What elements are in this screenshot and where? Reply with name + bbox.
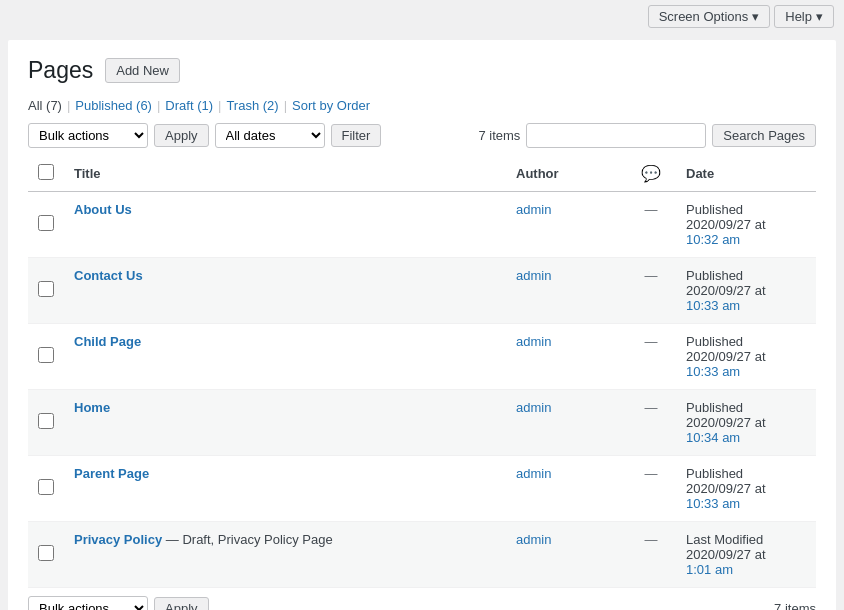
row-checkbox[interactable] — [38, 347, 54, 363]
top-bar: Screen Options ▾ Help ▾ — [0, 0, 844, 32]
table-row: About Us admin — Published 2020/09/27 at… — [28, 191, 816, 257]
row-title-cell: About Us — [64, 191, 506, 257]
author-column-header: Author — [506, 156, 626, 192]
row-checkbox[interactable] — [38, 215, 54, 231]
select-all-header — [28, 156, 64, 192]
row-title-cell: Home — [64, 389, 506, 455]
screen-options-chevron-icon: ▾ — [752, 9, 759, 24]
date-time-link[interactable]: 10:34 am — [686, 430, 740, 445]
bottom-apply-button[interactable]: Apply — [154, 597, 209, 610]
row-checkbox-cell — [28, 257, 64, 323]
date-value: 2020/09/27 at — [686, 481, 806, 496]
row-author-cell: admin — [506, 521, 626, 587]
bottom-bulk-actions-select[interactable]: Bulk actions Edit Move to Trash — [28, 596, 148, 610]
row-comments-cell: — — [626, 521, 676, 587]
date-value: 2020/09/27 at — [686, 415, 806, 430]
row-author-cell: admin — [506, 455, 626, 521]
date-time-link[interactable]: 10:33 am — [686, 364, 740, 379]
filter-published: Published (6) — [75, 98, 152, 113]
date-time-link[interactable]: 10:32 am — [686, 232, 740, 247]
date-value: 2020/09/27 at — [686, 217, 806, 232]
comments-value: — — [645, 532, 658, 547]
filter-draft-link[interactable]: Draft (1) — [165, 98, 213, 113]
page-title-link[interactable]: Home — [74, 400, 110, 415]
filter-sep-1: | — [67, 98, 70, 113]
row-date-cell: Published 2020/09/27 at 10:33 am — [676, 323, 816, 389]
bottom-toolbar-right: 7 items — [774, 601, 816, 610]
table-row: Privacy Policy — Draft, Privacy Policy P… — [28, 521, 816, 587]
date-time-link[interactable]: 1:01 am — [686, 562, 733, 577]
row-checkbox-cell — [28, 323, 64, 389]
apply-button[interactable]: Apply — [154, 124, 209, 147]
date-status: Published — [686, 334, 806, 349]
toolbar-right: 7 items Search Pages — [478, 123, 816, 148]
bulk-actions-select[interactable]: Bulk actions Edit Move to Trash — [28, 123, 148, 148]
row-date-cell: Published 2020/09/27 at 10:33 am — [676, 455, 816, 521]
row-author-cell: admin — [506, 389, 626, 455]
row-comments-cell: — — [626, 389, 676, 455]
comments-value: — — [645, 466, 658, 481]
help-chevron-icon: ▾ — [816, 9, 823, 24]
page-header: Pages Add New — [28, 56, 816, 86]
select-all-checkbox[interactable] — [38, 164, 54, 180]
filter-trash: Trash (2) — [226, 98, 278, 113]
author-link[interactable]: admin — [516, 466, 551, 481]
page-title-link[interactable]: Privacy Policy — [74, 532, 162, 547]
row-checkbox[interactable] — [38, 281, 54, 297]
row-checkbox[interactable] — [38, 413, 54, 429]
title-column-header[interactable]: Title — [64, 156, 506, 192]
date-filter-select[interactable]: All dates — [215, 123, 325, 148]
date-status: Last Modified — [686, 532, 806, 547]
date-status: Published — [686, 202, 806, 217]
row-comments-cell: — — [626, 191, 676, 257]
page-title-link[interactable]: Child Page — [74, 334, 141, 349]
items-count: 7 items — [478, 128, 520, 143]
search-input[interactable] — [526, 123, 706, 148]
page-title-link[interactable]: About Us — [74, 202, 132, 217]
page-title: Pages — [28, 56, 93, 86]
date-value: 2020/09/27 at — [686, 547, 806, 562]
author-link[interactable]: admin — [516, 202, 551, 217]
row-comments-cell: — — [626, 257, 676, 323]
author-link[interactable]: admin — [516, 532, 551, 547]
table-row: Contact Us admin — Published 2020/09/27 … — [28, 257, 816, 323]
date-status: Published — [686, 268, 806, 283]
filter-sep-2: | — [157, 98, 160, 113]
date-time-link[interactable]: 10:33 am — [686, 496, 740, 511]
author-link[interactable]: admin — [516, 334, 551, 349]
bottom-toolbar: Bulk actions Edit Move to Trash Apply 7 … — [28, 596, 816, 610]
add-new-button[interactable]: Add New — [105, 58, 180, 83]
filter-button[interactable]: Filter — [331, 124, 382, 147]
row-comments-cell: — — [626, 455, 676, 521]
table-row: Home admin — Published 2020/09/27 at 10:… — [28, 389, 816, 455]
toolbar-left: Bulk actions Edit Move to Trash Apply Al… — [28, 123, 381, 148]
title-sort-link[interactable]: Title — [74, 166, 101, 181]
screen-options-button[interactable]: Screen Options ▾ — [648, 5, 771, 28]
comments-value: — — [645, 400, 658, 415]
row-title-cell: Child Page — [64, 323, 506, 389]
filter-all: All (7) — [28, 98, 62, 113]
date-time-link[interactable]: 10:33 am — [686, 298, 740, 313]
sort-by-order-link[interactable]: Sort by Order — [292, 98, 370, 113]
date-column-header: Date — [676, 156, 816, 192]
help-label: Help — [785, 9, 812, 24]
row-checkbox[interactable] — [38, 479, 54, 495]
comments-value: — — [645, 334, 658, 349]
filter-trash-link[interactable]: Trash (2) — [226, 98, 278, 113]
date-value: 2020/09/27 at — [686, 283, 806, 298]
filter-published-link[interactable]: Published (6) — [75, 98, 152, 113]
row-title-cell: Contact Us — [64, 257, 506, 323]
help-button[interactable]: Help ▾ — [774, 5, 834, 28]
row-checkbox-cell — [28, 191, 64, 257]
row-author-cell: admin — [506, 323, 626, 389]
search-pages-button[interactable]: Search Pages — [712, 124, 816, 147]
filter-all-link[interactable]: All (7) — [28, 98, 62, 113]
row-checkbox-cell — [28, 521, 64, 587]
page-title-link[interactable]: Contact Us — [74, 268, 143, 283]
author-link[interactable]: admin — [516, 400, 551, 415]
filter-links: All (7) | Published (6) | Draft (1) | Tr… — [28, 98, 816, 113]
row-checkbox[interactable] — [38, 545, 54, 561]
comments-value: — — [645, 268, 658, 283]
page-title-link[interactable]: Parent Page — [74, 466, 149, 481]
author-link[interactable]: admin — [516, 268, 551, 283]
